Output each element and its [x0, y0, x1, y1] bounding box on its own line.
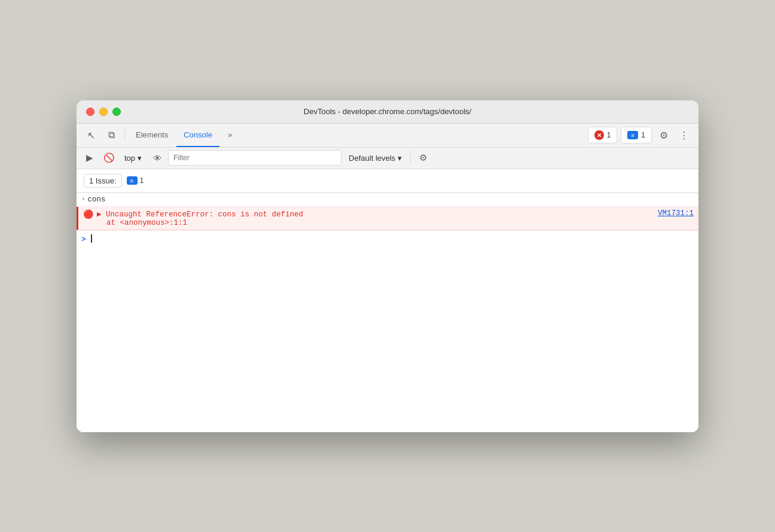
layers-icon: ⧉ [108, 130, 115, 140]
console-input-entry: › cons [77, 193, 698, 207]
levels-chevron-icon [398, 154, 402, 163]
title-bar: DevTools - developer.chrome.com/tags/dev… [77, 100, 698, 124]
more-options-button[interactable] [675, 126, 694, 145]
maximize-button[interactable] [112, 108, 121, 116]
expand-arrow-icon[interactable]: › [81, 195, 86, 203]
issues-badge: ≡ 1 [127, 176, 144, 185]
cursor-tool-button[interactable]: ↖ [81, 126, 100, 145]
toolbar-divider [410, 152, 411, 164]
console-content: › cons 🔴 ▶ Uncaught ReferenceError: cons… [77, 193, 698, 432]
console-cursor [91, 234, 92, 243]
tab-elements[interactable]: Elements [129, 123, 175, 147]
issues-label: 1 Issue: [84, 174, 122, 188]
devtools-panel: ↖ ⧉ Elements Console » ✕ 1 [77, 124, 698, 432]
context-label: top [124, 154, 135, 163]
issues-bar: 1 Issue: ≡ 1 [77, 169, 698, 193]
settings-button[interactable] [654, 126, 673, 145]
tab-divider [124, 129, 125, 141]
inspect-button[interactable]: ⧉ [102, 126, 121, 145]
traffic-lights [86, 108, 121, 116]
eye-button[interactable]: 👁 [149, 149, 166, 166]
console-gear-icon [419, 152, 427, 163]
error-content: ▶ Uncaught ReferenceError: cons is not d… [97, 209, 694, 227]
more-dots-icon [679, 130, 689, 141]
message-icon: ≡ [627, 131, 638, 139]
issues-count: 1 [140, 176, 144, 185]
levels-label: Default levels [349, 154, 395, 163]
chevron-down-icon [138, 154, 142, 163]
message-count-button[interactable]: ≡ 1 [621, 127, 652, 143]
error-icon: 🔴 [83, 209, 93, 221]
error-sub-line: at <anonymous>:1:1 [97, 219, 694, 227]
minimize-button[interactable] [99, 108, 108, 116]
gear-icon [660, 130, 668, 141]
block-icon: 🚫 [103, 152, 115, 163]
tab-more[interactable]: » [221, 123, 239, 147]
error-main-text: ▶ Uncaught ReferenceError: cons is not d… [97, 209, 653, 219]
console-toolbar: ▶ 🚫 top 👁 Default levels [77, 148, 698, 169]
console-input-text: cons [88, 195, 694, 204]
tab-console[interactable]: Console [176, 123, 219, 147]
context-selector-button[interactable]: top [120, 150, 147, 166]
devtools-window: DevTools - developer.chrome.com/tags/dev… [77, 100, 698, 432]
error-source-link[interactable]: VM1731:1 [658, 209, 694, 218]
play-icon: ▶ [86, 152, 93, 163]
cursor-icon: ↖ [87, 130, 95, 141]
message-count-label: 1 [641, 131, 645, 139]
close-button[interactable] [86, 108, 94, 116]
error-count-label: 1 [607, 131, 611, 139]
tab-bar: ↖ ⧉ Elements Console » ✕ 1 [77, 124, 698, 148]
log-levels-button[interactable]: Default levels [344, 150, 407, 166]
console-error-entry: 🔴 ▶ Uncaught ReferenceError: cons is not… [77, 207, 698, 230]
issues-message-icon: ≡ [127, 176, 138, 185]
error-main-line: ▶ Uncaught ReferenceError: cons is not d… [97, 209, 694, 219]
input-prompt: > [81, 234, 86, 243]
filter-input[interactable] [168, 150, 341, 166]
eye-icon: 👁 [153, 153, 162, 163]
window-title: DevTools - developer.chrome.com/tags/dev… [304, 107, 471, 116]
error-count-button[interactable]: ✕ 1 [588, 127, 618, 143]
console-settings-button[interactable] [414, 149, 431, 166]
block-console-button[interactable]: 🚫 [100, 149, 117, 166]
console-prompt-row: > [77, 230, 698, 247]
error-badge-icon: ✕ [594, 130, 604, 140]
clear-console-button[interactable]: ▶ [81, 149, 98, 166]
